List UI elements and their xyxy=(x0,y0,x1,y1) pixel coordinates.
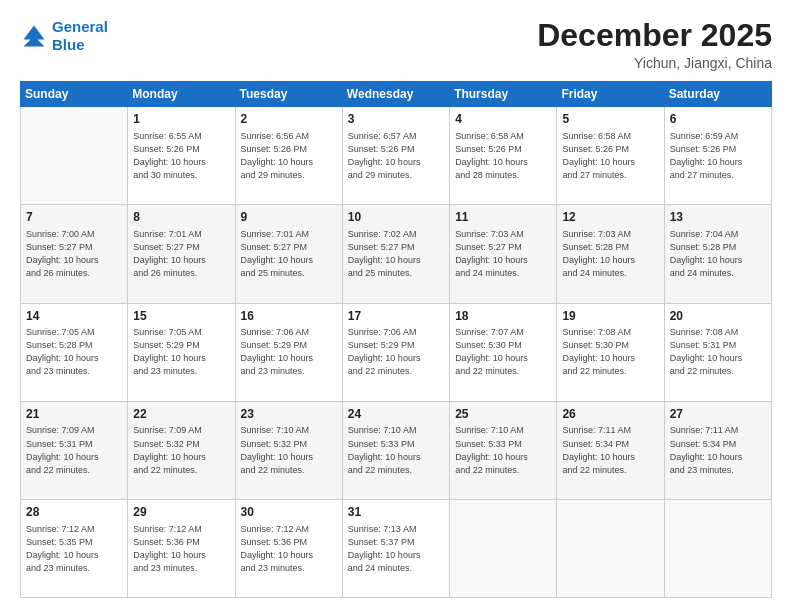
day-number: 23 xyxy=(241,406,337,423)
day-number: 13 xyxy=(670,209,766,226)
day-of-week-header: Thursday xyxy=(450,82,557,107)
day-number: 20 xyxy=(670,308,766,325)
day-number: 15 xyxy=(133,308,229,325)
day-number: 26 xyxy=(562,406,658,423)
calendar-day-cell: 24Sunrise: 7:10 AM Sunset: 5:33 PM Dayli… xyxy=(342,401,449,499)
day-of-week-header: Monday xyxy=(128,82,235,107)
empty-cell xyxy=(21,107,128,205)
day-number: 14 xyxy=(26,308,122,325)
day-info: Sunrise: 7:01 AM Sunset: 5:27 PM Dayligh… xyxy=(133,228,229,280)
day-number: 11 xyxy=(455,209,551,226)
empty-cell xyxy=(557,499,664,597)
day-number: 19 xyxy=(562,308,658,325)
calendar-day-cell: 31Sunrise: 7:13 AM Sunset: 5:37 PM Dayli… xyxy=(342,499,449,597)
day-info: Sunrise: 7:03 AM Sunset: 5:27 PM Dayligh… xyxy=(455,228,551,280)
empty-cell xyxy=(450,499,557,597)
calendar-day-cell: 18Sunrise: 7:07 AM Sunset: 5:30 PM Dayli… xyxy=(450,303,557,401)
month-title: December 2025 xyxy=(537,18,772,53)
day-info: Sunrise: 7:09 AM Sunset: 5:31 PM Dayligh… xyxy=(26,424,122,476)
day-number: 31 xyxy=(348,504,444,521)
day-info: Sunrise: 7:07 AM Sunset: 5:30 PM Dayligh… xyxy=(455,326,551,378)
day-info: Sunrise: 7:05 AM Sunset: 5:29 PM Dayligh… xyxy=(133,326,229,378)
calendar-day-cell: 22Sunrise: 7:09 AM Sunset: 5:32 PM Dayli… xyxy=(128,401,235,499)
day-info: Sunrise: 7:11 AM Sunset: 5:34 PM Dayligh… xyxy=(562,424,658,476)
day-of-week-header: Tuesday xyxy=(235,82,342,107)
day-info: Sunrise: 7:11 AM Sunset: 5:34 PM Dayligh… xyxy=(670,424,766,476)
header: General Blue December 2025 Yichun, Jiang… xyxy=(20,18,772,71)
day-number: 29 xyxy=(133,504,229,521)
logo-text: General Blue xyxy=(52,18,108,54)
calendar-day-cell: 30Sunrise: 7:12 AM Sunset: 5:36 PM Dayli… xyxy=(235,499,342,597)
day-info: Sunrise: 7:06 AM Sunset: 5:29 PM Dayligh… xyxy=(348,326,444,378)
day-info: Sunrise: 6:57 AM Sunset: 5:26 PM Dayligh… xyxy=(348,130,444,182)
calendar-day-cell: 25Sunrise: 7:10 AM Sunset: 5:33 PM Dayli… xyxy=(450,401,557,499)
calendar-day-cell: 26Sunrise: 7:11 AM Sunset: 5:34 PM Dayli… xyxy=(557,401,664,499)
calendar-day-cell: 13Sunrise: 7:04 AM Sunset: 5:28 PM Dayli… xyxy=(664,205,771,303)
calendar-day-cell: 7Sunrise: 7:00 AM Sunset: 5:27 PM Daylig… xyxy=(21,205,128,303)
day-number: 5 xyxy=(562,111,658,128)
day-info: Sunrise: 7:03 AM Sunset: 5:28 PM Dayligh… xyxy=(562,228,658,280)
calendar-day-cell: 8Sunrise: 7:01 AM Sunset: 5:27 PM Daylig… xyxy=(128,205,235,303)
day-info: Sunrise: 7:13 AM Sunset: 5:37 PM Dayligh… xyxy=(348,523,444,575)
day-info: Sunrise: 7:08 AM Sunset: 5:30 PM Dayligh… xyxy=(562,326,658,378)
day-info: Sunrise: 6:55 AM Sunset: 5:26 PM Dayligh… xyxy=(133,130,229,182)
calendar-day-cell: 11Sunrise: 7:03 AM Sunset: 5:27 PM Dayli… xyxy=(450,205,557,303)
calendar-day-cell: 23Sunrise: 7:10 AM Sunset: 5:32 PM Dayli… xyxy=(235,401,342,499)
day-number: 8 xyxy=(133,209,229,226)
logo-icon xyxy=(20,22,48,50)
calendar-day-cell: 9Sunrise: 7:01 AM Sunset: 5:27 PM Daylig… xyxy=(235,205,342,303)
day-number: 3 xyxy=(348,111,444,128)
day-of-week-header: Friday xyxy=(557,82,664,107)
day-info: Sunrise: 7:10 AM Sunset: 5:32 PM Dayligh… xyxy=(241,424,337,476)
calendar-day-cell: 10Sunrise: 7:02 AM Sunset: 5:27 PM Dayli… xyxy=(342,205,449,303)
calendar-day-cell: 2Sunrise: 6:56 AM Sunset: 5:26 PM Daylig… xyxy=(235,107,342,205)
day-of-week-header: Saturday xyxy=(664,82,771,107)
day-info: Sunrise: 7:09 AM Sunset: 5:32 PM Dayligh… xyxy=(133,424,229,476)
logo: General Blue xyxy=(20,18,108,54)
calendar-day-cell: 17Sunrise: 7:06 AM Sunset: 5:29 PM Dayli… xyxy=(342,303,449,401)
day-number: 4 xyxy=(455,111,551,128)
day-number: 1 xyxy=(133,111,229,128)
day-info: Sunrise: 7:12 AM Sunset: 5:36 PM Dayligh… xyxy=(241,523,337,575)
day-of-week-header: Wednesday xyxy=(342,82,449,107)
day-info: Sunrise: 6:59 AM Sunset: 5:26 PM Dayligh… xyxy=(670,130,766,182)
calendar-day-cell: 19Sunrise: 7:08 AM Sunset: 5:30 PM Dayli… xyxy=(557,303,664,401)
calendar-day-cell: 20Sunrise: 7:08 AM Sunset: 5:31 PM Dayli… xyxy=(664,303,771,401)
title-area: December 2025 Yichun, Jiangxi, China xyxy=(537,18,772,71)
day-info: Sunrise: 6:56 AM Sunset: 5:26 PM Dayligh… xyxy=(241,130,337,182)
day-of-week-header: Sunday xyxy=(21,82,128,107)
day-number: 16 xyxy=(241,308,337,325)
day-info: Sunrise: 7:12 AM Sunset: 5:36 PM Dayligh… xyxy=(133,523,229,575)
day-number: 27 xyxy=(670,406,766,423)
day-number: 12 xyxy=(562,209,658,226)
day-info: Sunrise: 7:01 AM Sunset: 5:27 PM Dayligh… xyxy=(241,228,337,280)
day-info: Sunrise: 7:00 AM Sunset: 5:27 PM Dayligh… xyxy=(26,228,122,280)
calendar-day-cell: 14Sunrise: 7:05 AM Sunset: 5:28 PM Dayli… xyxy=(21,303,128,401)
empty-cell xyxy=(664,499,771,597)
logo-line2: Blue xyxy=(52,36,85,53)
calendar-day-cell: 15Sunrise: 7:05 AM Sunset: 5:29 PM Dayli… xyxy=(128,303,235,401)
page: General Blue December 2025 Yichun, Jiang… xyxy=(0,0,792,612)
day-info: Sunrise: 7:06 AM Sunset: 5:29 PM Dayligh… xyxy=(241,326,337,378)
calendar-day-cell: 29Sunrise: 7:12 AM Sunset: 5:36 PM Dayli… xyxy=(128,499,235,597)
day-info: Sunrise: 7:10 AM Sunset: 5:33 PM Dayligh… xyxy=(455,424,551,476)
calendar-table: SundayMondayTuesdayWednesdayThursdayFrid… xyxy=(20,81,772,598)
calendar-day-cell: 6Sunrise: 6:59 AM Sunset: 5:26 PM Daylig… xyxy=(664,107,771,205)
calendar-day-cell: 3Sunrise: 6:57 AM Sunset: 5:26 PM Daylig… xyxy=(342,107,449,205)
calendar-day-cell: 12Sunrise: 7:03 AM Sunset: 5:28 PM Dayli… xyxy=(557,205,664,303)
day-info: Sunrise: 7:05 AM Sunset: 5:28 PM Dayligh… xyxy=(26,326,122,378)
day-number: 18 xyxy=(455,308,551,325)
day-info: Sunrise: 7:02 AM Sunset: 5:27 PM Dayligh… xyxy=(348,228,444,280)
day-info: Sunrise: 7:08 AM Sunset: 5:31 PM Dayligh… xyxy=(670,326,766,378)
calendar-day-cell: 4Sunrise: 6:58 AM Sunset: 5:26 PM Daylig… xyxy=(450,107,557,205)
day-number: 28 xyxy=(26,504,122,521)
calendar-day-cell: 28Sunrise: 7:12 AM Sunset: 5:35 PM Dayli… xyxy=(21,499,128,597)
calendar-day-cell: 27Sunrise: 7:11 AM Sunset: 5:34 PM Dayli… xyxy=(664,401,771,499)
day-number: 2 xyxy=(241,111,337,128)
day-number: 17 xyxy=(348,308,444,325)
day-info: Sunrise: 7:12 AM Sunset: 5:35 PM Dayligh… xyxy=(26,523,122,575)
logo-line1: General xyxy=(52,18,108,35)
day-number: 22 xyxy=(133,406,229,423)
calendar-day-cell: 21Sunrise: 7:09 AM Sunset: 5:31 PM Dayli… xyxy=(21,401,128,499)
day-number: 21 xyxy=(26,406,122,423)
